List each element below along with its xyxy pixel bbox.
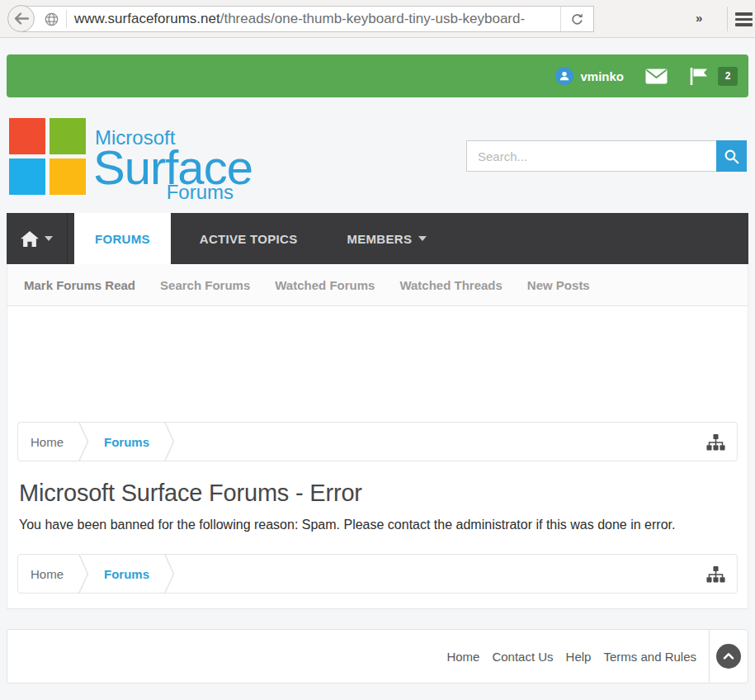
footer-home-link[interactable]: Home [446,650,479,664]
search-icon [724,149,739,164]
footer-help-link[interactable]: Help [566,650,592,664]
logo-forums: Forums [167,181,234,204]
subnav-mark-forums-read[interactable]: Mark Forums Read [24,278,135,292]
username-link[interactable]: vminko [580,69,624,83]
breadcrumb-separator [164,423,175,461]
home-icon [21,231,39,247]
empty-ad-space [17,306,738,422]
alert-count-badge[interactable]: 2 [718,67,738,86]
footer-terms-link[interactable]: Terms and Rules [603,650,696,664]
sitemap-icon [706,566,725,583]
flag-icon [689,67,709,86]
refresh-button[interactable] [560,7,593,31]
tab-members[interactable]: MEMBERS [326,213,447,264]
alerts-button[interactable] [689,67,709,86]
back-arrow-icon [14,12,29,25]
breadcrumb-forums[interactable]: Forums [104,567,149,581]
search-area [466,140,747,172]
user-icon [559,70,570,82]
inbox-button[interactable] [645,69,668,84]
scroll-to-top-button[interactable] [716,644,741,669]
subnav-watched-threads[interactable]: Watched Threads [399,278,502,292]
page: vminko 2 Microsoft Surface Forums [0,54,755,683]
footer-gap [7,609,748,629]
url-domain: www.surfaceforums.net [74,11,220,26]
top-button-area [710,644,748,669]
url-path: /threads/one-thumb-keyboard-tiny-usb-key… [220,11,525,26]
chevron-down-icon [45,236,53,241]
breadcrumb-jump-button[interactable] [706,434,725,454]
microsoft-squares-icon [9,118,86,195]
toolbar-divider [727,7,728,31]
refresh-icon [570,12,584,26]
footer-contact-link[interactable]: Contact Us [492,650,553,664]
toolbar-overflow-button[interactable]: » [696,11,703,25]
subnav-new-posts[interactable]: New Posts [527,278,590,292]
search-button[interactable] [716,140,747,172]
content-area: Home Forums Microsoft [7,306,748,609]
breadcrumb-bottom: Home Forums [17,554,738,594]
chevron-down-icon [418,236,427,241]
logo-text: Microsoft Surface Forums [93,118,235,195]
site-header: Microsoft Surface Forums [7,97,748,213]
url-text[interactable]: www.surfaceforums.net/threads/one-thumb-… [67,11,560,27]
tab-forums[interactable]: FORUMS [74,213,171,264]
envelope-icon [645,69,668,84]
breadcrumb-home[interactable]: Home [31,567,64,581]
subnav-search-forums[interactable]: Search Forums [160,278,250,292]
site-identity-globe-icon[interactable] [42,12,66,26]
search-input[interactable] [466,140,716,172]
sitemap-icon [706,434,725,451]
address-bar[interactable]: www.surfaceforums.net/threads/one-thumb-… [21,6,594,32]
page-title: Microsoft Surface Forums - Error [19,480,738,507]
footer-links: Home Contact Us Help Terms and Rules [7,650,696,664]
chevron-up-icon [722,650,735,663]
breadcrumb-separator [78,555,89,593]
subnav-watched-forums[interactable]: Watched Forums [275,278,375,292]
forum-subnav: Mark Forums Read Search Forums Watched F… [7,264,748,306]
main-navbar: FORUMS ACTIVE TOPICS MEMBERS [7,213,748,264]
breadcrumb-separator [78,423,89,461]
browser-chrome: www.surfaceforums.net/threads/one-thumb-… [0,0,755,38]
home-tab[interactable] [7,213,68,264]
menu-hamburger-button[interactable] [735,12,753,26]
footer: Home Contact Us Help Terms and Rules [7,629,748,683]
site-logo[interactable]: Microsoft Surface Forums [9,118,235,195]
breadcrumb-jump-button[interactable] [706,566,725,586]
breadcrumb-forums[interactable]: Forums [104,435,149,449]
tab-active-topics[interactable]: ACTIVE TOPICS [179,213,319,264]
error-message: You have been banned for the following r… [19,518,738,532]
breadcrumb: Home Forums [17,422,738,461]
member-bar: vminko 2 [7,54,748,97]
back-button[interactable] [7,5,35,32]
breadcrumb-home[interactable]: Home [31,435,64,449]
breadcrumb-separator [164,555,175,593]
avatar[interactable] [555,67,573,85]
